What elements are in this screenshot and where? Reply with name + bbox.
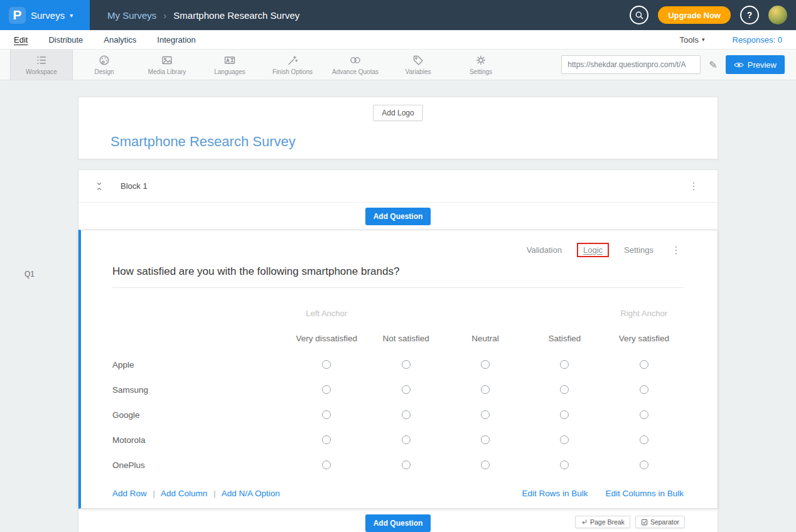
toolbar-item-variables[interactable]: Variables — [387, 50, 449, 80]
page-break-button[interactable]: Page Break — [575, 516, 630, 528]
tab-analytics[interactable]: Analytics — [104, 35, 136, 45]
radio-button[interactable] — [640, 360, 648, 369]
finish-options-wand-icon — [286, 54, 299, 66]
toolbar-label-design: Design — [94, 68, 114, 75]
row-label[interactable]: OnePlus — [112, 452, 287, 477]
column-header[interactable]: Neutral — [446, 324, 525, 352]
radio-cell — [366, 402, 445, 427]
questionpro-app: P Surveys ▾ My Surveys › Smartphone Rese… — [0, 0, 796, 532]
toolbar-item-workspace[interactable]: Workspace — [10, 50, 73, 80]
anchor-spacer — [366, 302, 445, 324]
row-label[interactable]: Apple — [112, 352, 287, 377]
surveys-menu[interactable]: P Surveys ▾ — [0, 0, 90, 30]
radio-button[interactable] — [640, 410, 648, 419]
question-text[interactable]: How satisfied are you with the following… — [112, 265, 684, 278]
breadcrumb-separator-icon: › — [163, 10, 166, 21]
column-header[interactable]: Very satisfied — [605, 324, 684, 352]
languages-icon — [223, 54, 236, 66]
block-title[interactable]: Block 1 — [121, 181, 148, 191]
add-na-option-link[interactable]: Add N/A Option — [222, 489, 280, 498]
radio-button[interactable] — [481, 410, 490, 419]
toolbar-item-advance-quotas[interactable]: Advance Quotas — [324, 50, 387, 80]
preview-button[interactable]: Preview — [726, 55, 785, 74]
toolbar-item-languages[interactable]: Languages — [198, 50, 261, 80]
radio-button[interactable] — [640, 460, 648, 469]
block-menu-icon[interactable]: ⋮ — [686, 180, 701, 192]
toolbar-item-settings[interactable]: Settings — [449, 50, 512, 80]
radio-button[interactable] — [402, 460, 411, 469]
question-menu-icon[interactable]: ⋮ — [669, 244, 684, 256]
toolbar-item-media-library[interactable]: Media Library — [136, 50, 198, 80]
bulk-edit-links: Edit Rows in Bulk Edit Columns in Bulk — [522, 489, 684, 498]
radio-cell — [525, 452, 604, 477]
radio-cell — [605, 427, 684, 452]
radio-button[interactable] — [560, 435, 569, 444]
collapse-block-icon[interactable] — [95, 182, 104, 191]
radio-button[interactable] — [560, 360, 569, 369]
row-label[interactable]: Motorola — [112, 427, 287, 452]
radio-button[interactable] — [481, 360, 490, 369]
radio-button[interactable] — [402, 410, 411, 419]
toolbar-item-design[interactable]: Design — [73, 50, 136, 80]
product-name: Surveys — [31, 10, 65, 21]
edit-url-pencil-icon[interactable]: ✎ — [709, 59, 717, 71]
radio-button[interactable] — [560, 460, 569, 469]
radio-button[interactable] — [481, 385, 490, 394]
column-header[interactable]: Very dissatisfied — [287, 324, 366, 352]
tab-edit[interactable]: Edit — [14, 35, 28, 45]
add-question-button-bottom[interactable]: Add Question — [365, 514, 431, 532]
radio-button[interactable] — [402, 360, 411, 369]
nav-right: Tools ▾ Responses: 0 — [680, 35, 782, 45]
add-question-button-top[interactable]: Add Question — [365, 208, 431, 225]
question-settings-link[interactable]: Settings — [624, 245, 653, 255]
breadcrumb-my-surveys[interactable]: My Surveys — [107, 10, 156, 21]
variables-tag-icon — [412, 54, 424, 66]
avatar[interactable] — [768, 6, 787, 24]
survey-title[interactable]: Smartphone Research Survey — [110, 134, 296, 150]
add-row-link[interactable]: Add Row — [112, 489, 147, 498]
radio-cell — [366, 452, 445, 477]
radio-button[interactable] — [640, 435, 648, 444]
row-label[interactable]: Samsung — [112, 377, 287, 402]
tools-menu[interactable]: Tools ▾ — [680, 35, 705, 45]
toolbar-item-finish-options[interactable]: Finish Options — [261, 50, 324, 80]
add-column-link[interactable]: Add Column — [161, 489, 207, 498]
header-actions: Upgrade Now ? — [630, 6, 796, 24]
matrix-table: Left Anchor Right Anchor Very dissatisfi… — [112, 302, 684, 477]
row-column-links: Add Row | Add Column | Add N/A Option — [112, 489, 280, 498]
responses-count[interactable]: Responses: 0 — [733, 35, 783, 45]
tab-distribute[interactable]: Distribute — [48, 35, 83, 45]
edit-columns-in-bulk-link[interactable]: Edit Columns in Bulk — [605, 489, 684, 498]
edit-rows-in-bulk-link[interactable]: Edit Rows in Bulk — [522, 489, 588, 498]
radio-button[interactable] — [560, 385, 569, 394]
radio-button[interactable] — [402, 385, 411, 394]
search-button[interactable] — [630, 6, 648, 24]
add-logo-button[interactable]: Add Logo — [373, 105, 422, 121]
right-anchor-label[interactable]: Right Anchor — [605, 302, 684, 324]
tab-integration[interactable]: Integration — [157, 35, 195, 45]
row-label[interactable]: Google — [112, 402, 287, 427]
help-button[interactable]: ? — [740, 6, 759, 24]
radio-button[interactable] — [640, 385, 648, 394]
question-meta-bar: Validation Logic Settings ⋮ — [112, 243, 684, 257]
radio-button[interactable] — [322, 410, 331, 419]
radio-button[interactable] — [322, 360, 331, 369]
radio-button[interactable] — [481, 460, 490, 469]
validation-link[interactable]: Validation — [527, 245, 562, 255]
left-anchor-label[interactable]: Left Anchor — [287, 302, 366, 324]
upgrade-now-button[interactable]: Upgrade Now — [658, 6, 731, 24]
radio-button[interactable] — [322, 435, 331, 444]
radio-button[interactable] — [322, 385, 331, 394]
separator-button[interactable]: Separator — [635, 516, 685, 528]
logic-link[interactable]: Logic — [583, 245, 603, 255]
column-header[interactable]: Not satisfied — [366, 324, 445, 352]
toolbar-label-media-library: Media Library — [148, 68, 186, 75]
radio-button[interactable] — [560, 410, 569, 419]
design-palette-icon — [98, 54, 110, 66]
radio-button[interactable] — [402, 435, 411, 444]
chevron-down-icon: ▾ — [702, 36, 705, 43]
radio-button[interactable] — [322, 460, 331, 469]
radio-button[interactable] — [481, 435, 490, 444]
column-header[interactable]: Satisfied — [525, 324, 604, 352]
survey-url-input[interactable] — [561, 55, 701, 74]
